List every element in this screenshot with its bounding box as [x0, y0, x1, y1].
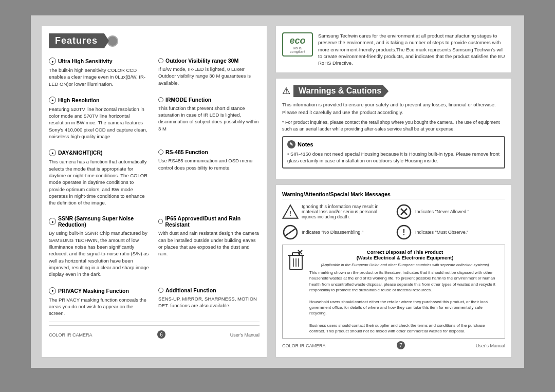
feature-title-privacy: ● PRIVACY Masking Function [49, 287, 150, 294]
feature-title-daynight: ● DAY&NIGHT(ICR) [49, 149, 150, 156]
warn-item-no-disassemble: Indicates "No Disassembling." [282, 224, 392, 240]
feature-icon-privacy: ● [49, 287, 56, 294]
features-title: Features [49, 33, 109, 48]
feature-day-night: ● DAY&NIGHT(ICR) This camera has a funct… [49, 147, 150, 208]
warn-messages-section: Warning/Attention/Special Mark Messages … [275, 184, 512, 358]
warn-item-triangle: ! Ignoring this information may result i… [282, 203, 392, 220]
feature-icon-outdoor [158, 58, 163, 63]
feature-irmode: IRMODE Function This function that preve… [158, 95, 260, 142]
feature-body-additional: SENS-UP, MIRROR, SHARPNESS, MOTION DET. … [158, 295, 260, 309]
notes-text: • SIR-4150 does not need special Housing… [287, 151, 500, 164]
feature-privacy: ● PRIVACY Masking Function The PRIVACY m… [49, 285, 150, 319]
warn-item-circle-x: Indicates "Never Allowed." [396, 203, 505, 220]
warnings-icon: ⚠ [282, 85, 290, 97]
trash-bin-icon [287, 249, 305, 272]
triangle-icon: ! [282, 203, 299, 220]
warn-icons-row: ! Ignoring this information may result i… [282, 203, 505, 240]
feature-body-sensitivity: The built-in high sensitivity COLOR CCD … [49, 67, 150, 87]
feature-icon-ssnr: ● [49, 218, 56, 225]
feature-title-outdoor: Outdoor Visibility range 30M [158, 58, 260, 64]
features-grid: ● Ultra High Sensitivity The built-in hi… [49, 55, 260, 319]
svg-text:!: ! [289, 210, 291, 217]
warn-messages-header: Warning/Attention/Special Mark Messages [282, 191, 505, 199]
disposal-subtitle: (Applicable in the European Union and ot… [309, 263, 501, 268]
feature-body-irmode: This function that prevent short distanc… [158, 105, 260, 132]
disposal-body: Correct Disposal of This Product (Waste … [309, 249, 501, 334]
feature-additional: Additional Function SENS-UP, MIRROR, SHA… [158, 285, 260, 319]
feature-ultra-high-sensitivity: ● Ultra High Sensitivity The built-in hi… [49, 55, 150, 89]
feature-body-privacy: The PRIVACY masking function conceals th… [49, 296, 150, 317]
warnings-header: ⚠ Warnings & Cautions [282, 85, 505, 97]
feature-body-ip65: With dust and rain resistant design the … [158, 230, 260, 257]
disposal-text3: Business users should contact their supp… [309, 323, 501, 334]
feature-icon-daynight: ● [49, 149, 56, 156]
feature-high-resolution: ● High Resolution Featuring 520TV line h… [49, 95, 150, 142]
warnings-title: Warnings & Cautions [293, 85, 388, 97]
svg-line-8 [285, 229, 295, 236]
right-bottom-bar: COLOR IR CAMERA 7 User's Manual [282, 339, 505, 351]
eco-logo-text: eco [289, 35, 305, 46]
feature-title: ● Ultra High Sensitivity [49, 58, 150, 65]
notes-title: Notes [298, 141, 313, 147]
feature-outdoor-visibility: Outdoor Visibility range 30M If B/W mode… [158, 55, 260, 89]
right-panel: eco RoHS compliant Samsung Techwin cares… [275, 26, 512, 358]
feature-body-daynight: This camera has a function that automati… [49, 158, 150, 206]
disposal-bin-icon [287, 249, 305, 334]
warnings-note: * For product inquiries, please contact … [282, 119, 505, 132]
feature-title-rs485: RS-485 Function [158, 149, 260, 155]
warnings-body: This information is provided to ensure y… [282, 101, 505, 116]
feature-icon-resolution: ● [49, 97, 56, 104]
features-header: Features [49, 33, 260, 48]
left-bottom-bar: COLOR IR CAMERA 6 User's Manual [49, 325, 260, 340]
feature-icon-additional [158, 288, 163, 293]
disposal-section: Correct Disposal of This Product (Waste … [282, 245, 505, 339]
feature-body-resolution: Featuring 520TV line horizontal resoluti… [49, 106, 150, 140]
right-bottom-label: COLOR IR CAMERA [282, 343, 326, 348]
warn-text-circle-x: Indicates "Never Allowed." [415, 209, 469, 214]
disposal-text1: This marking shown on the product or its… [309, 270, 501, 293]
right-page-number: 7 [396, 341, 405, 351]
warnings-section: ⚠ Warnings & Cautions This information i… [275, 78, 512, 179]
notes-icon: ✎ [287, 140, 295, 148]
feature-title-additional: Additional Function [158, 287, 260, 293]
feature-icon-ip65 [158, 219, 163, 224]
feature-icon-sensitivity: ● [49, 58, 56, 65]
warn-text-must-observe: Indicates "Must Observe." [415, 230, 468, 235]
eco-logo-subtext: RoHS compliant [286, 46, 309, 53]
left-panel: Features ● Ultra High Sensitivity The bu… [41, 26, 267, 358]
must-observe-icon: ! [396, 224, 412, 240]
notes-box: ✎ Notes • SIR-4150 does not need special… [282, 136, 505, 169]
feature-icon-irmode [158, 97, 163, 102]
left-page-number: 6 [157, 330, 166, 340]
feature-icon-rs485 [158, 150, 163, 155]
disposal-text2: Household users should contact either th… [309, 299, 501, 316]
eco-logo: eco RoHS compliant [282, 32, 313, 57]
feature-body-rs485: Use RS485 communication and OSD menu con… [158, 157, 260, 171]
no-disassemble-icon [282, 224, 299, 240]
svg-text:7: 7 [399, 343, 402, 348]
disposal-title: Correct Disposal of This Product (Waste … [309, 249, 501, 260]
feature-ip65: IP65 Approved/Dust and Rain Resistant Wi… [158, 213, 260, 279]
feature-body-ssnr: By using built-in SSNR Chip manufactured… [49, 230, 150, 277]
left-bottom-manual: User's Manual [230, 332, 260, 338]
left-bottom-label: COLOR IR CAMERA [49, 332, 92, 338]
svg-text:!: ! [402, 228, 405, 237]
feature-ssnr: ● SSNR (Samsung Super Noise Reduction) B… [49, 213, 150, 279]
feature-title-irmode: IRMODE Function [158, 97, 260, 103]
eco-section: eco RoHS compliant Samsung Techwin cares… [275, 26, 512, 73]
feature-title-ssnr: ● SSNR (Samsung Super Noise Reduction) [49, 215, 150, 228]
page-container: Features ● Ultra High Sensitivity The bu… [31, 15, 524, 368]
warn-text-no-disassemble: Indicates "No Disassembling." [302, 230, 363, 235]
circle-x-icon [396, 203, 412, 220]
warn-item-must-observe: ! Indicates "Must Observe." [396, 224, 505, 240]
feature-title-ip65: IP65 Approved/Dust and Rain Resistant [158, 215, 260, 228]
svg-text:6: 6 [160, 332, 163, 338]
feature-title-resolution: ● High Resolution [49, 97, 150, 104]
feature-rs485: RS-485 Function Use RS485 communication … [158, 147, 260, 208]
feature-body-outdoor: If B/W mode, IR-LED is lighted, 0 Luxes'… [158, 66, 260, 86]
warn-text-triangle: Ignoring this information may result in … [302, 204, 392, 219]
eco-body-text: Samsung Techwin cares for the environmen… [318, 32, 505, 66]
notes-header: ✎ Notes [287, 140, 500, 148]
right-bottom-manual: User's Manual [476, 343, 505, 348]
